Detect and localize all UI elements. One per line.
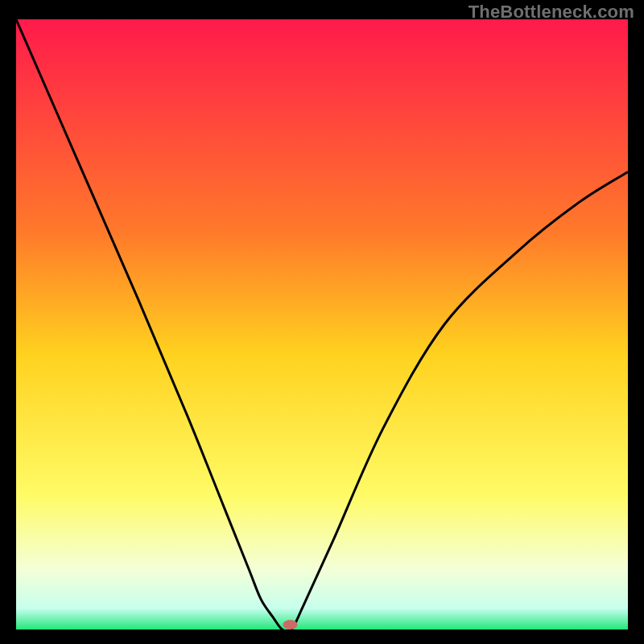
minimum-marker	[283, 620, 297, 630]
chart-frame: TheBottleneck.com	[0, 0, 644, 644]
plot-svg	[16, 19, 628, 630]
gradient-background	[16, 19, 628, 630]
plot-area	[16, 19, 628, 630]
